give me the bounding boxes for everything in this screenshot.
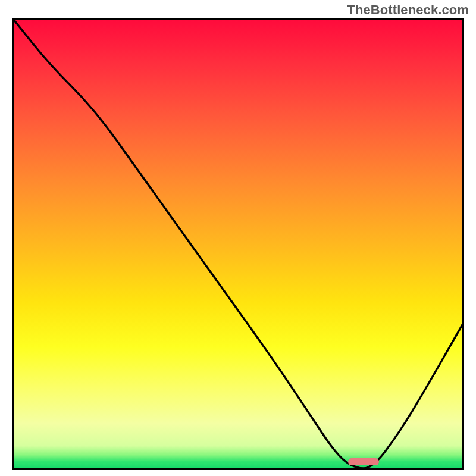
- bottleneck-chart: TheBottleneck.com: [0, 0, 476, 476]
- curve-layer: [14, 20, 462, 468]
- watermark-text: TheBottleneck.com: [347, 2, 469, 18]
- plot-area: [12, 18, 464, 470]
- bottleneck-curve-path: [14, 20, 462, 468]
- optimal-range-marker: [348, 458, 379, 465]
